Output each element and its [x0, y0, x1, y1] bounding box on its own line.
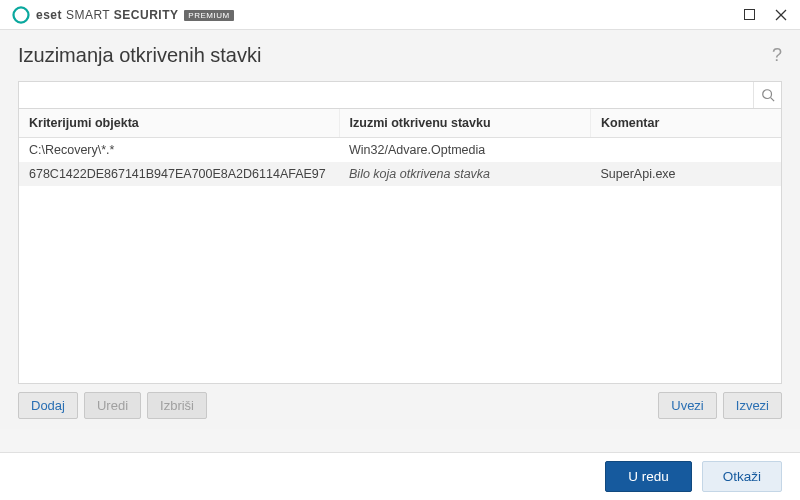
export-button[interactable]: Izvezi — [723, 392, 782, 419]
page-header: Izuzimanja otkrivenih stavki ? — [18, 44, 782, 67]
eset-logo-icon — [12, 6, 30, 24]
table-row[interactable]: C:\Recovery\*.*Win32/Advare.Optmedia — [19, 138, 781, 163]
page-title: Izuzimanja otkrivenih stavki — [18, 44, 261, 67]
toolbar: Dodaj Uredi Izbriši Uvezi Izvezi — [18, 392, 782, 419]
exclusions-table: Kriterijumi objekta Izuzmi otkrivenu sta… — [19, 109, 781, 186]
svg-rect-1 — [744, 10, 754, 20]
exclusions-table-container: Kriterijumi objekta Izuzmi otkrivenu sta… — [18, 109, 782, 384]
maximize-icon[interactable] — [740, 6, 758, 24]
search-icon[interactable] — [753, 82, 781, 108]
brand-badge: PREMIUM — [184, 10, 233, 21]
ok-button[interactable]: U redu — [605, 461, 692, 492]
brand-bold: SECURITY — [114, 8, 179, 22]
close-icon[interactable] — [772, 6, 790, 24]
brand-text: eset SMART SECURITY PREMIUM — [36, 8, 234, 22]
import-button[interactable]: Uvezi — [658, 392, 717, 419]
add-button[interactable]: Dodaj — [18, 392, 78, 419]
dialog-footer: U redu Otkaži — [0, 452, 800, 500]
col-criteria[interactable]: Kriterijumi objekta — [19, 109, 339, 138]
cell-exclude: Bilo koja otkrivena stavka — [339, 162, 590, 186]
brand-light: SMART — [66, 8, 110, 22]
toolbar-left: Dodaj Uredi Izbriši — [18, 392, 207, 419]
content-area: Izuzimanja otkrivenih stavki ? Kriteriju… — [0, 30, 800, 429]
help-icon[interactable]: ? — [772, 45, 782, 66]
toolbar-right: Uvezi Izvezi — [658, 392, 782, 419]
edit-button[interactable]: Uredi — [84, 392, 141, 419]
delete-button[interactable]: Izbriši — [147, 392, 207, 419]
svg-line-5 — [770, 98, 774, 102]
col-exclude[interactable]: Izuzmi otkrivenu stavku — [339, 109, 590, 138]
search-input[interactable] — [19, 82, 753, 108]
svg-point-0 — [14, 7, 29, 22]
search-bar — [18, 81, 782, 109]
brand: eset SMART SECURITY PREMIUM — [12, 6, 234, 24]
window-controls — [740, 6, 790, 24]
col-comment[interactable]: Komentar — [590, 109, 781, 138]
table-row[interactable]: 678C1422DE867141B947EA700E8A2D6114AFAE97… — [19, 162, 781, 186]
cell-criteria: 678C1422DE867141B947EA700E8A2D6114AFAE97 — [19, 162, 339, 186]
svg-point-4 — [762, 90, 771, 99]
cancel-button[interactable]: Otkaži — [702, 461, 782, 492]
brand-eset: eset — [36, 8, 62, 22]
cell-criteria: C:\Recovery\*.* — [19, 138, 339, 163]
cell-exclude: Win32/Advare.Optmedia — [339, 138, 590, 163]
cell-comment: SuperApi.exe — [590, 162, 781, 186]
cell-comment — [590, 138, 781, 163]
titlebar: eset SMART SECURITY PREMIUM — [0, 0, 800, 30]
table-header-row: Kriterijumi objekta Izuzmi otkrivenu sta… — [19, 109, 781, 138]
